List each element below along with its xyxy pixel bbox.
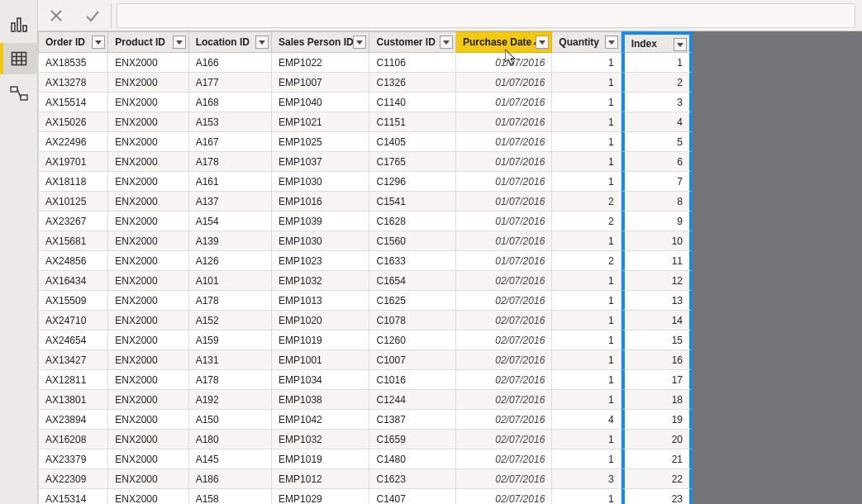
cell[interactable]: 02/07/2016 bbox=[456, 311, 552, 330]
cell[interactable]: A137 bbox=[189, 192, 272, 212]
cell[interactable]: AX13801 bbox=[38, 390, 108, 410]
column-header-location-id[interactable]: Location ID bbox=[189, 31, 272, 53]
cell[interactable]: 01/07/2016 bbox=[456, 212, 552, 231]
cell[interactable]: ENX2000 bbox=[108, 192, 188, 212]
report-view-button[interactable] bbox=[0, 8, 38, 40]
cell[interactable]: EMP1001 bbox=[272, 350, 369, 370]
cell[interactable]: 02/07/2016 bbox=[456, 390, 552, 410]
cell[interactable]: A145 bbox=[189, 449, 272, 469]
cell[interactable]: 15 bbox=[621, 330, 693, 350]
cell[interactable]: A131 bbox=[189, 350, 272, 370]
table-row[interactable]: AX10125ENX2000A137EMP1016C154101/07/2016… bbox=[38, 192, 693, 212]
column-header-quantity[interactable]: Quantity bbox=[552, 31, 621, 53]
cell[interactable]: AX23267 bbox=[38, 212, 108, 231]
table-row[interactable]: AX23267ENX2000A154EMP1039C162801/07/2016… bbox=[38, 212, 693, 231]
cell[interactable]: 3 bbox=[552, 469, 621, 489]
cell[interactable]: ENX2000 bbox=[108, 291, 188, 311]
cell[interactable]: AX13427 bbox=[38, 350, 108, 370]
cell[interactable]: 1 bbox=[552, 370, 621, 390]
cell[interactable]: ENX2000 bbox=[108, 271, 188, 291]
cell[interactable]: AX15681 bbox=[38, 231, 108, 251]
cell[interactable]: 12 bbox=[621, 271, 693, 291]
cell[interactable]: A159 bbox=[189, 330, 272, 350]
cell[interactable]: 02/07/2016 bbox=[456, 449, 552, 469]
table-row[interactable]: AX15314ENX2000A158EMP1029C140702/07/2016… bbox=[38, 489, 693, 504]
cell[interactable]: ENX2000 bbox=[108, 212, 188, 231]
cell[interactable]: ENX2000 bbox=[108, 132, 188, 152]
cell[interactable]: EMP1042 bbox=[272, 410, 369, 430]
cell[interactable]: 1 bbox=[552, 231, 621, 251]
cell[interactable]: 9 bbox=[621, 212, 693, 231]
cell[interactable]: ENX2000 bbox=[108, 469, 188, 489]
table-row[interactable]: AX16434ENX2000A101EMP1032C165402/07/2016… bbox=[38, 271, 693, 291]
table-row[interactable]: AX24654ENX2000A159EMP1019C126002/07/2016… bbox=[38, 330, 693, 350]
cell[interactable]: 19 bbox=[621, 410, 693, 430]
cell[interactable]: C1628 bbox=[369, 212, 455, 231]
cell[interactable]: A186 bbox=[189, 469, 272, 489]
cell[interactable]: EMP1039 bbox=[272, 212, 369, 231]
cell[interactable]: 01/07/2016 bbox=[456, 73, 552, 93]
cell[interactable]: EMP1023 bbox=[272, 251, 369, 271]
cell[interactable]: A178 bbox=[189, 291, 272, 311]
cell[interactable]: C1765 bbox=[369, 152, 455, 172]
table-row[interactable]: AX22309ENX2000A186EMP1012C162302/07/2016… bbox=[38, 469, 693, 489]
cell[interactable]: A178 bbox=[189, 370, 272, 390]
cell[interactable]: EMP1029 bbox=[272, 489, 369, 504]
table-row[interactable]: AX12811ENX2000A178EMP1034C101602/07/2016… bbox=[38, 370, 693, 390]
cell[interactable]: AX16434 bbox=[38, 271, 108, 291]
table-row[interactable]: AX23894ENX2000A150EMP1042C138702/07/2016… bbox=[38, 410, 693, 430]
filter-dropdown-button[interactable] bbox=[255, 36, 269, 49]
cell[interactable]: AX24654 bbox=[38, 330, 108, 350]
cell[interactable]: EMP1016 bbox=[272, 192, 369, 212]
cell[interactable]: EMP1021 bbox=[272, 112, 369, 132]
cell[interactable]: 20 bbox=[621, 430, 693, 449]
cell[interactable]: EMP1012 bbox=[272, 469, 369, 489]
cell[interactable]: 1 bbox=[552, 390, 621, 410]
cell[interactable]: 02/07/2016 bbox=[456, 469, 552, 489]
cell[interactable]: 11 bbox=[621, 251, 693, 271]
cell[interactable]: ENX2000 bbox=[108, 53, 188, 73]
table-row[interactable]: AX18118ENX2000A161EMP1030C129601/07/2016… bbox=[38, 172, 693, 192]
cell[interactable]: AX24856 bbox=[38, 251, 108, 271]
cell[interactable]: A177 bbox=[189, 73, 272, 93]
cell[interactable]: C1659 bbox=[369, 430, 455, 449]
cell[interactable]: 1 bbox=[552, 93, 621, 112]
table-row[interactable]: AX13801ENX2000A192EMP1038C124402/07/2016… bbox=[38, 390, 693, 410]
cell[interactable]: ENX2000 bbox=[108, 112, 188, 132]
cell[interactable]: 02/07/2016 bbox=[456, 430, 552, 449]
cell[interactable]: C1260 bbox=[369, 330, 455, 350]
cell[interactable]: A192 bbox=[189, 390, 272, 410]
cell[interactable]: ENX2000 bbox=[108, 350, 188, 370]
cell[interactable]: A167 bbox=[189, 132, 272, 152]
cell[interactable]: 4 bbox=[552, 410, 621, 430]
cell[interactable]: 02/07/2016 bbox=[456, 410, 552, 430]
cell[interactable]: EMP1019 bbox=[272, 330, 369, 350]
filter-dropdown-button[interactable] bbox=[92, 36, 105, 49]
cell[interactable]: 8 bbox=[621, 192, 693, 212]
column-header-purchase-date[interactable]: Purchase Date bbox=[456, 31, 552, 53]
cell[interactable]: C1623 bbox=[369, 469, 455, 489]
formula-input[interactable] bbox=[117, 3, 855, 28]
cell[interactable]: 01/07/2016 bbox=[456, 172, 552, 192]
cell[interactable]: 01/07/2016 bbox=[456, 132, 552, 152]
cell[interactable]: C1326 bbox=[369, 73, 455, 93]
cell[interactable]: AX23379 bbox=[38, 449, 108, 469]
cell[interactable]: 1 bbox=[552, 311, 621, 330]
cell[interactable]: C1541 bbox=[369, 192, 455, 212]
cell[interactable]: 4 bbox=[621, 112, 693, 132]
cell[interactable]: 2 bbox=[552, 251, 621, 271]
cell[interactable]: ENX2000 bbox=[108, 231, 188, 251]
cell[interactable]: C1625 bbox=[369, 291, 455, 311]
table-row[interactable]: AX16208ENX2000A180EMP1032C165902/07/2016… bbox=[38, 430, 693, 449]
cell[interactable]: 1 bbox=[552, 430, 621, 449]
cell[interactable]: AX22496 bbox=[38, 132, 108, 152]
cell[interactable]: 5 bbox=[621, 132, 693, 152]
cell[interactable]: 1 bbox=[552, 271, 621, 291]
cell[interactable]: 7 bbox=[621, 172, 693, 192]
cell[interactable]: C1296 bbox=[369, 172, 455, 192]
cell[interactable]: EMP1040 bbox=[272, 93, 369, 112]
cell[interactable]: 02/07/2016 bbox=[456, 489, 552, 504]
cell[interactable]: ENX2000 bbox=[108, 449, 188, 469]
cell[interactable]: C1387 bbox=[369, 410, 455, 430]
cell[interactable]: A139 bbox=[189, 231, 272, 251]
